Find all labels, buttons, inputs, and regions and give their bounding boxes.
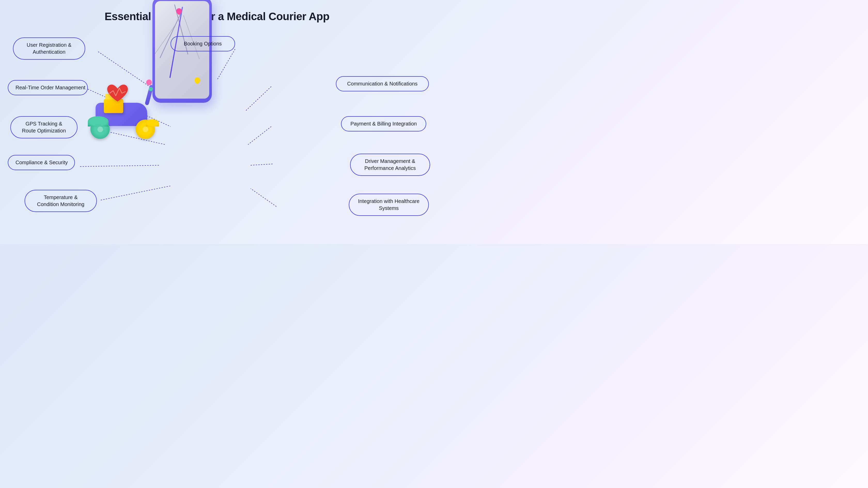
svg-line-7 xyxy=(248,127,271,144)
page-title: Essential Features for a Medical Courier… xyxy=(0,0,434,23)
svg-line-4 xyxy=(101,186,170,200)
svg-line-3 xyxy=(80,165,160,167)
center-illustration xyxy=(83,0,217,141)
map-pin-bottom xyxy=(193,76,201,84)
dome-left xyxy=(88,116,108,127)
feature-gps-tracking: GPS Tracking & Route Optimization xyxy=(10,116,78,138)
svg-line-6 xyxy=(245,87,271,111)
feature-compliance: Compliance & Security xyxy=(8,155,75,170)
dome-right xyxy=(146,119,159,127)
feature-communication: Communication & Notifications xyxy=(336,76,429,91)
handle-teal-dot xyxy=(149,87,153,91)
feature-realtime-order: Real-Time Order Management xyxy=(8,80,88,95)
feature-temperature: Temperature & Condition Monitoring xyxy=(25,190,97,212)
feature-payment: Payment & Billing Integration xyxy=(341,116,426,131)
svg-line-9 xyxy=(251,189,276,206)
scooter xyxy=(83,69,170,141)
feature-healthcare-integration: Integration with Healthcare Systems xyxy=(349,194,429,216)
feature-driver-management: Driver Management & Performance Analytic… xyxy=(350,154,430,176)
heart-icon xyxy=(106,84,129,104)
feature-user-registration: User Registration & Authentication xyxy=(13,37,85,60)
handle-pink-dot xyxy=(146,79,152,85)
svg-line-8 xyxy=(251,164,273,165)
svg-line-5 xyxy=(217,49,235,80)
feature-booking-options: Booking Options xyxy=(170,36,235,52)
